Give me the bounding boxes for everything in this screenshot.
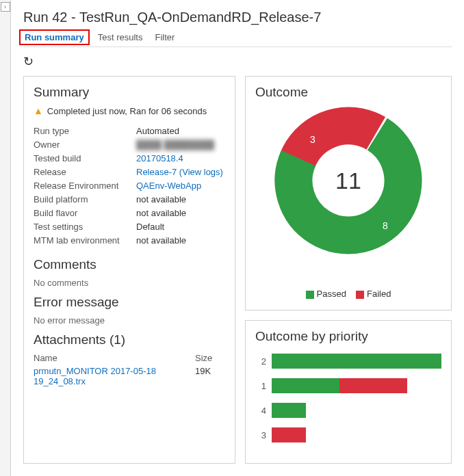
passed-swatch-icon [306,291,314,299]
priority-bar-label: 1 [255,381,272,391]
build-flavor-value: not available [136,207,186,220]
main-panel: Run 42 - TestRun_QA-OnDemandRD_Release-7… [11,0,464,476]
priority-bar-row: 2 [255,354,441,369]
status-line: ▲ Completed just now, Ran for 06 seconds [34,105,225,116]
page-title: Run 42 - TestRun_QA-OnDemandRD_Release-7 [23,0,452,32]
release-env-label: Release Environment [34,179,136,193]
donut-failed-label: 3 [310,134,315,145]
refresh-icon[interactable]: ↻ [23,55,34,68]
run-type-value: Automated [136,124,179,138]
priority-bar-passed [272,403,306,418]
build-platform-value: not available [136,193,186,207]
tested-build-label: Tested build [34,152,136,166]
test-settings-label: Test settings [34,220,136,234]
run-type-label: Run type [34,124,136,138]
owner-value: ████ ████████ [136,138,214,152]
collapse-handle[interactable]: › [0,0,11,476]
attachments-col-size: Size [195,353,225,363]
priority-bar-track [272,403,441,418]
priority-heading: Outcome by priority [255,329,441,344]
tab-run-summary[interactable]: Run summary [19,29,90,45]
priority-bar-row: 1 [255,378,441,393]
outcome-donut: 11 3 8 [273,105,424,256]
mtm-env-value: not available [136,234,186,248]
build-platform-label: Build platform [34,193,136,207]
priority-bar-row: 4 [255,403,441,418]
owner-label: Owner [34,138,136,152]
mtm-env-label: MTM lab environment [34,234,136,248]
warning-icon: ▲ [34,105,43,116]
failed-swatch-icon [356,291,364,299]
chevron-right-icon: › [1,2,10,12]
status-text: Completed just now, Ran for 06 seconds [47,106,207,116]
outcome-heading: Outcome [255,85,441,100]
release-env-link[interactable]: QAEnv-WebApp [136,179,201,193]
comments-empty: No comments [34,278,225,288]
priority-panel: Outcome by priority 2143 [245,320,452,464]
outcome-legend: Passed Failed [255,289,441,299]
release-link[interactable]: Release-7 (View logs) [136,166,223,179]
error-heading: Error message [34,295,225,310]
donut-passed-label: 8 [383,220,388,231]
priority-bar-track [272,354,441,369]
attachment-row: prmutn_MONITOR 2017-05-18 19_24_08.trx 1… [34,363,225,386]
priority-bar-failed [272,427,306,442]
priority-bar-passed [272,378,339,393]
error-empty: No error message [34,315,225,326]
release-label: Release [34,166,136,179]
test-settings-value: Default [136,220,164,234]
attachment-link[interactable]: prmutn_MONITOR 2017-05-18 19_24_08.trx [34,366,195,386]
priority-bar-passed [272,354,441,369]
build-flavor-label: Build flavor [34,207,136,220]
outcome-total: 11 [318,150,379,211]
priority-bar-row: 3 [255,427,441,442]
summary-heading: Summary [34,85,225,100]
priority-bar-label: 3 [255,430,272,440]
outcome-panel: Outcome 11 3 8 Passed Failed [245,76,452,310]
comments-heading: Comments [34,257,225,272]
tab-bar: Run summary Test results Filter [23,32,452,47]
priority-bar-label: 2 [255,356,272,367]
tested-build-link[interactable]: 20170518.4 [136,152,183,166]
summary-panel: Summary ▲ Completed just now, Ran for 06… [23,76,235,464]
priority-bar-label: 4 [255,406,272,416]
legend-failed: Failed [356,289,391,299]
tab-test-results[interactable]: Test results [98,32,143,42]
priority-bar-track [272,427,441,442]
attachments-col-name: Name [34,353,195,363]
tab-filter[interactable]: Filter [155,32,175,42]
priority-bar-failed [339,378,407,393]
attachment-size: 19K [195,366,225,386]
legend-passed: Passed [306,289,346,299]
attachments-heading: Attachments (1) [34,332,225,347]
priority-bar-track [272,378,441,393]
